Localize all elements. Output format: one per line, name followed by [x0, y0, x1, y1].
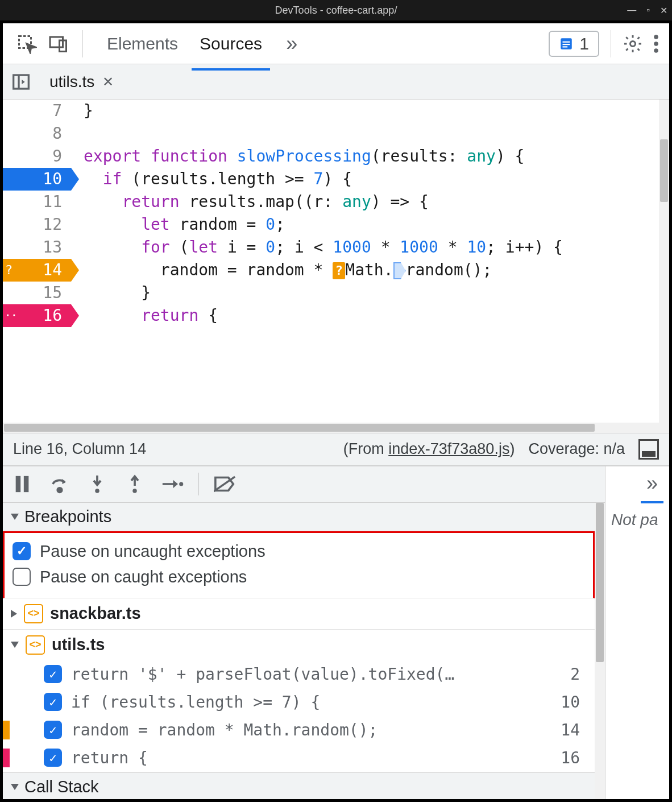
- line-number[interactable]: ··16: [3, 304, 71, 327]
- line-number[interactable]: 7: [3, 100, 71, 122]
- code-line[interactable]: random = random * ?Math.random();: [84, 259, 669, 282]
- chevron-down-icon: [11, 642, 19, 648]
- script-file-icon: <>: [24, 604, 43, 623]
- step-icon[interactable]: [161, 473, 184, 495]
- file-tab-bar: utils.ts ✕: [3, 64, 669, 100]
- code-editor[interactable]: 78910111213?1415··16 }export function sl…: [3, 100, 669, 433]
- minimize-button[interactable]: —: [627, 5, 636, 16]
- breakpoint-file-utils[interactable]: <> utils.ts: [3, 630, 595, 660]
- breakpoints-section-header[interactable]: Breakpoints: [3, 503, 595, 531]
- issue-icon: [559, 36, 574, 51]
- breakpoint-type-indicator: [3, 749, 10, 767]
- line-number[interactable]: ?14: [3, 259, 71, 282]
- file-tab-utils[interactable]: utils.ts ✕: [46, 65, 117, 99]
- breakpoint-code: return {: [71, 749, 551, 767]
- deactivate-breakpoints-icon[interactable]: [214, 473, 237, 495]
- code-line[interactable]: export function slowProcessing(results: …: [84, 145, 669, 168]
- breakpoint-file-snackbar[interactable]: <> snackbar.ts: [3, 598, 595, 629]
- tab-sources[interactable]: Sources: [197, 25, 264, 63]
- close-button[interactable]: ✕: [660, 5, 667, 16]
- svg-point-15: [57, 488, 62, 493]
- svg-line-19: [214, 477, 235, 491]
- close-tab-icon[interactable]: ✕: [102, 74, 114, 90]
- breakpoint-item[interactable]: return {16: [3, 744, 595, 772]
- main-toolbar: Elements Sources » 1: [3, 23, 669, 64]
- code-line[interactable]: [84, 122, 669, 145]
- step-into-icon[interactable]: [86, 473, 109, 495]
- debugger-toolbar: [3, 466, 605, 503]
- svg-rect-14: [24, 476, 29, 492]
- step-over-icon[interactable]: [48, 473, 71, 495]
- breakpoint-type-indicator: [3, 721, 10, 739]
- breakpoint-checkbox[interactable]: [44, 721, 62, 739]
- panel-vscroll[interactable]: [595, 503, 605, 800]
- line-number[interactable]: 13: [3, 236, 71, 259]
- svg-point-8: [654, 35, 658, 39]
- pause-uncaught-checkbox[interactable]: [13, 542, 31, 560]
- breakpoint-item[interactable]: random = random * Math.random();14: [3, 716, 595, 744]
- breakpoint-line: 10: [561, 693, 587, 712]
- exception-breakpoints-highlight: Pause on uncaught exceptions Pause on ca…: [3, 531, 595, 598]
- chevron-down-icon: [11, 514, 19, 520]
- script-file-icon: <>: [26, 635, 45, 655]
- code-line[interactable]: return results.map((r: any) => {: [84, 191, 669, 213]
- line-number[interactable]: 11: [3, 191, 71, 213]
- line-number[interactable]: 8: [3, 122, 71, 145]
- svg-rect-4: [563, 41, 570, 42]
- navigator-toggle-icon[interactable]: [10, 71, 32, 93]
- kebab-menu-icon[interactable]: [653, 34, 659, 54]
- more-tabs-button[interactable]: »: [286, 32, 297, 56]
- line-number[interactable]: 12: [3, 213, 71, 236]
- bottom-drawer-icon[interactable]: [638, 439, 659, 460]
- breakpoint-line: 2: [570, 665, 587, 684]
- breakpoint-code: random = random * Math.random();: [71, 721, 551, 739]
- sourcemap-from: (From index-73f73a80.js): [343, 440, 515, 458]
- svg-rect-11: [14, 75, 29, 89]
- line-number[interactable]: 10: [3, 168, 71, 191]
- maximize-button[interactable]: ▫: [646, 5, 650, 16]
- code-line[interactable]: return {: [84, 304, 669, 327]
- svg-rect-6: [563, 46, 568, 47]
- code-line[interactable]: }: [84, 282, 669, 304]
- sourcemap-link[interactable]: index-73f73a80.js: [388, 440, 509, 457]
- svg-rect-13: [16, 476, 21, 492]
- editor-vscroll[interactable]: [659, 100, 669, 433]
- editor-status-bar: Line 16, Column 14 (From index-73f73a80.…: [3, 433, 669, 466]
- breakpoint-line: 14: [561, 721, 587, 739]
- callstack-section-header[interactable]: Call Stack: [3, 772, 595, 800]
- line-number[interactable]: 15: [3, 282, 71, 304]
- line-number[interactable]: 9: [3, 145, 71, 168]
- issues-badge[interactable]: 1: [549, 31, 599, 57]
- more-tabs-button[interactable]: »: [643, 466, 661, 503]
- breakpoint-code: if (results.length >= 7) {: [71, 693, 551, 712]
- pause-caught-label: Pause on caught exceptions: [40, 568, 247, 586]
- editor-hscroll[interactable]: [3, 423, 659, 433]
- code-line[interactable]: let random = 0;: [84, 213, 669, 236]
- step-out-icon[interactable]: [123, 473, 146, 495]
- svg-point-16: [95, 489, 99, 493]
- code-line[interactable]: if (results.length >= 7) {: [84, 168, 669, 191]
- file-tab-name: utils.ts: [49, 73, 94, 91]
- device-toolbar-icon[interactable]: [45, 30, 72, 57]
- svg-rect-5: [563, 44, 570, 45]
- right-side-panel: » Not pa: [605, 466, 669, 800]
- pause-caught-checkbox[interactable]: [13, 568, 31, 586]
- coverage-status: Coverage: n/a: [528, 440, 625, 458]
- pause-icon[interactable]: [11, 473, 34, 495]
- breakpoint-checkbox[interactable]: [44, 749, 62, 767]
- divider: [611, 30, 611, 57]
- breakpoint-item[interactable]: if (results.length >= 7) {10: [3, 688, 595, 716]
- breakpoint-checkbox[interactable]: [44, 665, 62, 683]
- code-line[interactable]: }: [84, 100, 669, 122]
- pause-uncaught-label: Pause on uncaught exceptions: [40, 542, 266, 561]
- breakpoint-item[interactable]: return '$' + parseFloat(value).toFixed(……: [3, 660, 595, 688]
- breakpoint-line: 16: [561, 749, 587, 767]
- code-line[interactable]: for (let i = 0; i < 1000 * 1000 * 10; i+…: [84, 236, 669, 259]
- issues-count: 1: [579, 34, 589, 53]
- tab-elements[interactable]: Elements: [105, 25, 180, 63]
- inspect-icon[interactable]: [13, 30, 40, 57]
- breakpoint-checkbox[interactable]: [44, 693, 62, 711]
- svg-point-10: [654, 48, 658, 53]
- settings-icon[interactable]: [623, 34, 643, 54]
- titlebar: DevTools - coffee-cart.app/ — ▫ ✕: [0, 0, 672, 20]
